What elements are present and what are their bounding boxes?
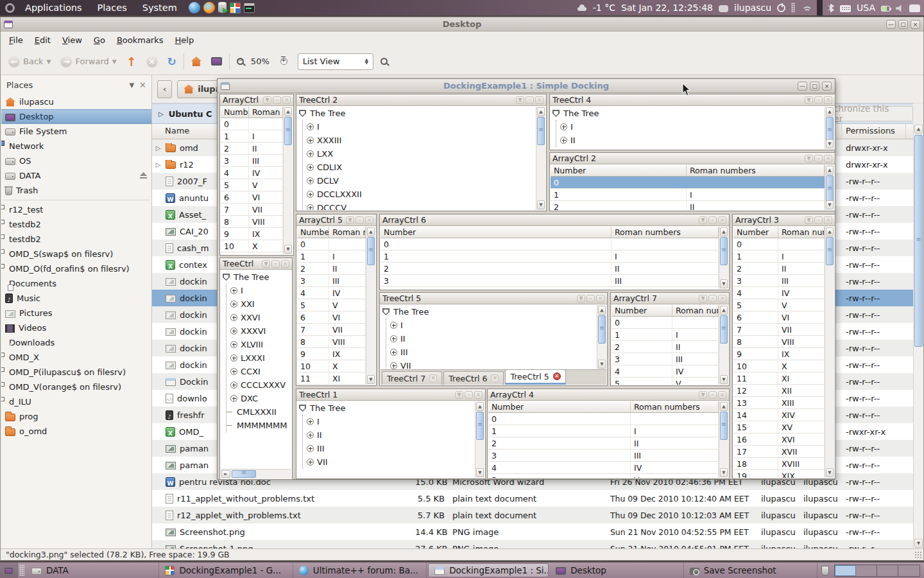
grid-row[interactable]: 1I xyxy=(488,425,719,437)
grid-row[interactable]: 2II xyxy=(297,263,366,275)
panel-titlebar[interactable]: ArrayCtrl 3▼–× xyxy=(733,215,835,226)
grid-row[interactable]: 19XIX xyxy=(733,470,825,478)
tree-expand-icon[interactable] xyxy=(307,191,314,198)
tree-item[interactable]: I xyxy=(303,415,475,428)
scrollbar-thumb[interactable] xyxy=(537,117,545,145)
dock-close-icon[interactable]: × xyxy=(824,216,832,224)
grid-row[interactable]: 1I xyxy=(551,189,825,201)
tree-expand-icon[interactable] xyxy=(230,355,237,362)
tree-expand-icon[interactable] xyxy=(307,150,314,157)
dock-autohide-icon[interactable]: – xyxy=(814,216,823,224)
database-icon[interactable] xyxy=(218,3,227,13)
tree-item[interactable]: I xyxy=(303,120,536,134)
task-button-dockingexample1-g-[interactable]: DockingExample1 - G... xyxy=(159,563,293,578)
docking-window[interactable]: DockingExample1 : Simple Docking — □ × A… xyxy=(217,78,835,480)
grid-col-number[interactable]: Number xyxy=(612,305,672,316)
grid-row[interactable]: 15XV xyxy=(733,421,825,434)
tree-collapse-icon[interactable] xyxy=(223,274,230,281)
tab-treectrl-6[interactable]: TreeCtrl 6✕ xyxy=(443,371,504,385)
tree-item[interactable]: CDLIX xyxy=(303,161,536,174)
grid-row[interactable]: 2II xyxy=(551,201,825,210)
grid-row[interactable]: 3III xyxy=(733,275,825,287)
sidebar-item-r12-test[interactable]: r12_test xyxy=(1,202,151,217)
file-row[interactable]: r12_applet_with_problems.txt5.7 KBplain … xyxy=(152,507,913,523)
grid-row[interactable]: 6VI xyxy=(297,311,366,324)
tree-item[interactable]: CCCLXXXV xyxy=(227,378,291,392)
tree-expand-icon[interactable] xyxy=(230,368,237,375)
tree-expand-icon[interactable] xyxy=(307,204,314,210)
grid-row[interactable]: 5V xyxy=(488,474,719,478)
dock-close-icon[interactable]: × xyxy=(281,260,289,268)
dock-autohide-icon[interactable]: – xyxy=(355,216,364,224)
sidebar-item-music[interactable]: Music xyxy=(1,291,151,306)
menu-file[interactable]: File xyxy=(3,33,29,47)
sidebar-item-downloads[interactable]: Downloads xyxy=(1,335,151,350)
tree-item[interactable]: DCCLXXXII xyxy=(303,188,536,201)
keyboard-layout[interactable]: USA xyxy=(857,3,875,13)
dock-close-icon[interactable]: × xyxy=(596,295,604,302)
tree-item[interactable]: DCCCV xyxy=(303,201,536,210)
grid-col-number[interactable]: Number xyxy=(221,107,249,118)
sidebar-item-os[interactable]: OS xyxy=(1,153,151,168)
zoom-in-button[interactable] xyxy=(274,55,293,67)
fm-close-button[interactable]: × xyxy=(911,20,920,29)
tree-expand-icon[interactable] xyxy=(307,432,314,439)
grid-row[interactable]: 17XVII xyxy=(733,446,825,458)
scrollbar-thumb[interactable] xyxy=(826,175,834,204)
tree-leaf[interactable]: CMLXXXII xyxy=(227,405,291,419)
dock-chevron-icon[interactable]: ▼ xyxy=(577,295,585,302)
tree-expand-icon[interactable] xyxy=(560,123,567,130)
tab-close-icon[interactable]: ✕ xyxy=(491,374,499,382)
dock-autohide-icon[interactable]: – xyxy=(273,96,281,104)
tree-expand-icon[interactable] xyxy=(307,164,314,171)
dock-autohide-icon[interactable]: – xyxy=(814,96,823,104)
path-back-button[interactable]: ‹ xyxy=(157,80,172,98)
tree-expand-icon[interactable] xyxy=(230,328,237,335)
search-button[interactable] xyxy=(378,55,390,67)
grid-row[interactable]: 4IV xyxy=(733,287,825,299)
tab-treectrl-7[interactable]: TreeCtrl 7✕ xyxy=(382,371,442,385)
menu-system[interactable]: System xyxy=(135,0,185,15)
task-button-ultimate-forum-ba-[interactable]: Ultimate++ forum: Ba... xyxy=(293,563,427,578)
grid-row[interactable]: 10X xyxy=(297,360,366,372)
tree-expand-icon[interactable] xyxy=(307,418,314,425)
tree-collapse-icon[interactable] xyxy=(299,405,306,412)
panel-titlebar[interactable]: TreeCtrl▼–× xyxy=(220,258,292,270)
workspace-4[interactable] xyxy=(898,565,920,576)
tree-item[interactable]: I xyxy=(556,120,825,134)
grid-row[interactable]: 1I xyxy=(297,250,366,263)
tree-collapse-icon[interactable] xyxy=(299,110,306,117)
menu-bookmarks[interactable]: Bookmarks xyxy=(111,33,169,47)
menu-places[interactable]: Places xyxy=(90,0,135,15)
show-desktop-button[interactable] xyxy=(0,563,18,578)
resize-grip[interactable] xyxy=(914,551,922,559)
dock-close-icon[interactable]: × xyxy=(718,295,726,302)
grid-row[interactable]: 0 xyxy=(297,238,366,250)
dock-close-icon[interactable]: × xyxy=(824,96,832,104)
task-button-save-screenshot[interactable]: Save Screenshot xyxy=(684,563,817,578)
tree-expand-icon[interactable] xyxy=(230,314,237,321)
grid-row[interactable]: 7VII xyxy=(297,324,366,336)
weather-icon[interactable] xyxy=(577,3,587,13)
dock-close-icon[interactable]: × xyxy=(365,216,373,224)
sidebar-item-omd-x[interactable]: OMD_X xyxy=(1,350,151,365)
dock-panel-array7[interactable]: ArrayCtrl 7▼–×NumberRoman numbers01I2II3… xyxy=(610,292,730,386)
panel-titlebar[interactable]: ArrayCtrl 7▼–× xyxy=(611,293,729,304)
dock-panel-tree2[interactable]: TreeCtrl 2▼–×The TreeIXXXIIILXXCDLIXDCLV… xyxy=(296,94,547,211)
forward-dropdown-icon[interactable]: ▼ xyxy=(112,58,117,65)
tree-expand-icon[interactable] xyxy=(307,459,314,466)
file-row[interactable]: Screenshot-1.png27.6 KBPNG imageSun 21 N… xyxy=(152,540,913,548)
sidebar-item-trash[interactable]: Trash xyxy=(1,183,151,198)
panel-titlebar[interactable]: TreeCtrl 1▼–× xyxy=(296,389,485,401)
back-dropdown-icon[interactable]: ▼ xyxy=(47,58,51,65)
computer-button[interactable] xyxy=(209,55,225,68)
dock-close-icon[interactable]: × xyxy=(718,391,726,399)
scroll-up-icon[interactable]: ▲ xyxy=(826,227,834,236)
panel-titlebar[interactable]: ArrayCtrl 6▼–× xyxy=(380,215,729,226)
scroll-up-icon[interactable]: ▲ xyxy=(720,306,728,315)
sidebar-item-prog[interactable]: prog xyxy=(1,409,151,424)
dock-panel-tree4[interactable]: TreeCtrl 4▼–×The TreeIII▲▼ xyxy=(549,94,835,150)
dock-autohide-icon[interactable]: – xyxy=(586,295,595,302)
grid-row[interactable]: 0 xyxy=(612,317,719,329)
dock-panel-tree1[interactable]: TreeCtrl 1▼–×The TreeIIIIIIVII▲▼ xyxy=(296,389,486,479)
